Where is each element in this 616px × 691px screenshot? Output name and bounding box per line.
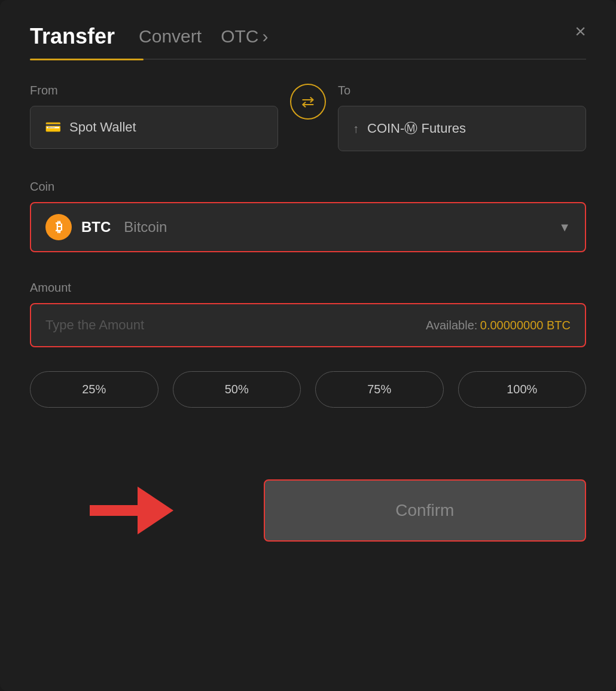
available-label: Available:	[426, 319, 477, 332]
to-block: To ↑ COIN-Ⓜ Futures	[338, 84, 586, 151]
confirm-section: Confirm	[30, 479, 586, 542]
to-label: To	[338, 84, 586, 97]
pct-50-button[interactable]: 50%	[173, 371, 301, 408]
tab-convert[interactable]: Convert	[139, 26, 202, 56]
amount-placeholder: Type the Amount	[45, 317, 144, 333]
available-info: Available: 0.00000000 BTC	[426, 319, 571, 332]
swap-button[interactable]: ⇄	[290, 84, 326, 120]
coin-selector[interactable]: ₿ BTC Bitcoin ▼	[30, 202, 586, 252]
coin-symbol: BTC	[81, 219, 111, 236]
from-label: From	[30, 84, 278, 97]
close-button[interactable]: ×	[575, 22, 586, 41]
arrow-indicator	[90, 487, 173, 534]
futures-icon: ↑	[353, 122, 359, 136]
to-wallet-selector[interactable]: ↑ COIN-Ⓜ Futures	[338, 106, 586, 151]
from-to-section: From 💳 Spot Wallet ⇄ To ↑ COIN-Ⓜ Futures	[30, 84, 586, 151]
coin-full-name: Bitcoin	[124, 219, 167, 236]
available-value: 0.00000000 BTC	[480, 319, 571, 332]
tab-transfer[interactable]: Transfer	[30, 24, 115, 59]
from-wallet-label: Spot Wallet	[69, 120, 136, 135]
to-wallet-label: COIN-Ⓜ Futures	[367, 120, 466, 137]
tab-divider	[30, 59, 586, 60]
arrow-head	[138, 487, 173, 534]
coin-label: Coin	[30, 180, 586, 194]
from-wallet-selector[interactable]: 💳 Spot Wallet	[30, 106, 278, 149]
from-block: From 💳 Spot Wallet	[30, 84, 278, 149]
chevron-down-icon: ▼	[559, 221, 571, 234]
arrow-shaft	[90, 505, 138, 516]
tab-otc[interactable]: OTC ›	[221, 26, 268, 56]
btc-coin-icon: ₿	[45, 214, 72, 240]
modal-header: Transfer Convert OTC › ×	[30, 24, 586, 59]
coin-section: Coin ₿ BTC Bitcoin ▼	[30, 180, 586, 252]
percentage-buttons: 25% 50% 75% 100%	[30, 371, 586, 408]
pct-75-button[interactable]: 75%	[315, 371, 444, 408]
wallet-card-icon: 💳	[45, 120, 61, 135]
pct-100-button[interactable]: 100%	[458, 371, 587, 408]
amount-label: Amount	[30, 281, 586, 295]
swap-icon: ⇄	[301, 93, 315, 111]
active-tab-indicator	[30, 59, 144, 60]
amount-input-container[interactable]: Type the Amount Available: 0.00000000 BT…	[30, 303, 586, 347]
pct-25-button[interactable]: 25%	[30, 371, 158, 408]
amount-section: Amount Type the Amount Available: 0.0000…	[30, 281, 586, 347]
swap-button-container: ⇄	[278, 84, 338, 128]
transfer-modal: Transfer Convert OTC › × From 💳 Spot Wal…	[0, 0, 616, 691]
confirm-button[interactable]: Confirm	[264, 479, 586, 542]
